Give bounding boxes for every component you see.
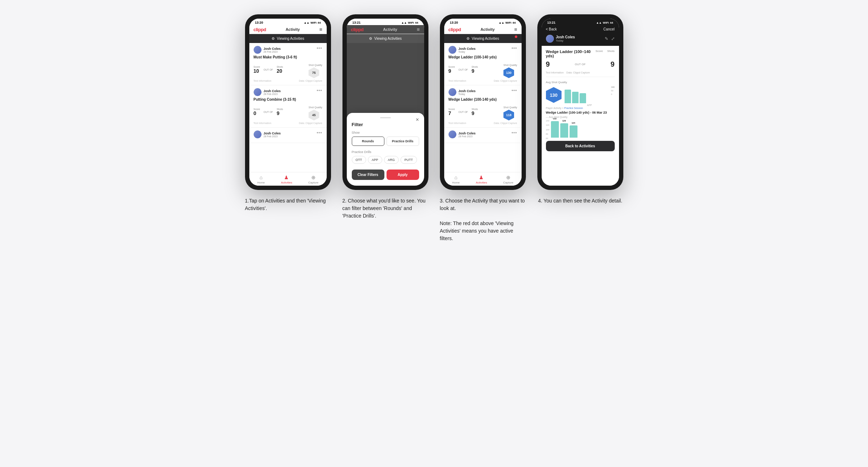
nav-bar-1: clippd Activity ≡ bbox=[249, 25, 327, 34]
shots-col-label: Shots bbox=[607, 49, 614, 53]
tab-activities-3[interactable]: ♟ Activities bbox=[476, 175, 487, 184]
detail-info-row: Test Information Data: Clippd Capture bbox=[546, 71, 615, 77]
activity-card-3-3[interactable]: Josh Coles 28 Feb 2023 ••• bbox=[444, 128, 522, 143]
activity-card-1[interactable]: Josh Coles 28 Feb 2023 ••• Must Make Put… bbox=[249, 43, 327, 85]
tab-activities-1[interactable]: ♟ Activities bbox=[281, 175, 292, 184]
chip-arg[interactable]: ARG bbox=[384, 156, 399, 164]
avg-quality-label: Avg Shot Quality bbox=[546, 81, 615, 84]
stats-row-3-1: Score 9 OUT OF Shots 9 Shot Quality 130 bbox=[449, 61, 517, 78]
edit-icon[interactable]: ✎ bbox=[605, 36, 608, 41]
more-dots-3[interactable]: ••• bbox=[317, 130, 322, 135]
viewing-banner-1[interactable]: ⚙ Viewing Activities bbox=[249, 34, 327, 43]
detail-score-labels: Score Shots bbox=[595, 49, 614, 53]
signal-icon-1: ▲▲ bbox=[304, 21, 310, 24]
capture-icon-3: ⊕ bbox=[506, 175, 510, 180]
signal-icon-2: ▲▲ bbox=[401, 21, 407, 24]
caption-4: 4. You can then see the Activity detail. bbox=[538, 197, 622, 205]
player-activity-section: Player Activity > Practice Session bbox=[546, 107, 615, 109]
tab-capture-label-1: Capture bbox=[308, 181, 318, 184]
tab-activities-label-1: Activities bbox=[281, 181, 292, 184]
sq-label-3-1: Shot Quality bbox=[503, 64, 517, 66]
user-info-2: Josh Coles 28 Feb 2023 bbox=[254, 88, 281, 96]
activity-card-3-1[interactable]: Josh Coles Today ••• Wedge Ladder (100-1… bbox=[444, 43, 522, 85]
phone3-frame: 13:20 ▲▲ WiFi 44 clippd Activity ≡ ⚙ V bbox=[440, 14, 526, 190]
sq-badge-3-1: 130 bbox=[503, 67, 514, 78]
cancel-btn[interactable]: Cancel bbox=[603, 27, 614, 31]
nav-title-2: Activity bbox=[383, 27, 397, 32]
tab-capture-label-3: Capture bbox=[503, 181, 513, 184]
more-dots-2[interactable]: ••• bbox=[317, 88, 322, 93]
bar-chart-y-axis: 140 120 100 80 60 bbox=[546, 120, 550, 139]
card-header-2: Josh Coles 28 Feb 2023 ••• bbox=[254, 88, 322, 96]
activity-title-3-2: Wedge Ladder (100-140 yds) bbox=[449, 97, 517, 101]
detail-score-row: 9 OUT OF 9 bbox=[546, 60, 615, 68]
detail-drill-title: Wedge Ladder (100–140 yds) bbox=[546, 49, 596, 58]
stat-score-1: Score 10 bbox=[254, 66, 260, 74]
tab-capture-3[interactable]: ⊕ Capture bbox=[503, 175, 513, 184]
viewing-banner-2[interactable]: ⚙ Viewing Activities bbox=[347, 34, 424, 43]
avatar-3 bbox=[254, 130, 262, 138]
tab-capture-1[interactable]: ⊕ Capture bbox=[308, 175, 318, 184]
activity-card-2[interactable]: Josh Coles 28 Feb 2023 ••• Putting Combi… bbox=[249, 85, 327, 128]
viewing-banner-3[interactable]: ⚙ Viewing Activities bbox=[444, 34, 522, 43]
stat-shots-2: Shots 9 bbox=[277, 108, 283, 116]
step2-column: 13:21 ▲▲ WiFi 44 clippd Activity ≡ ⚙ V bbox=[342, 14, 428, 220]
rounds-btn[interactable]: Rounds bbox=[352, 137, 384, 146]
shots-val-1: 20 bbox=[277, 68, 283, 74]
tab-bar-3: ⌂ Home ♟ Activities ⊕ Capture bbox=[444, 172, 522, 186]
sq-label-1: Shot Quality bbox=[308, 64, 322, 66]
practice-session-link[interactable]: Practice Session bbox=[564, 107, 583, 109]
more-dots-3-1[interactable]: ••• bbox=[512, 46, 517, 51]
detail-nav: < Back Cancel bbox=[542, 25, 619, 33]
detail-action-icons: ✎ ⤢ bbox=[605, 36, 615, 41]
back-to-activities-btn[interactable]: Back to Activities bbox=[546, 141, 615, 151]
activity-card-3[interactable]: Josh Coles 28 Feb 2023 ••• bbox=[249, 128, 327, 143]
user-date-2: 28 Feb 2023 bbox=[264, 93, 281, 95]
tab-home-1[interactable]: ⌂ Home bbox=[257, 175, 265, 184]
chip-ott[interactable]: OTT bbox=[352, 156, 366, 164]
more-dots-1[interactable]: ••• bbox=[317, 46, 322, 51]
expand-icon[interactable]: ⤢ bbox=[611, 36, 615, 41]
more-dots-3-3[interactable]: ••• bbox=[512, 130, 517, 135]
step4-column: 13:21 ▲▲ WiFi 44 < Back Cancel bbox=[537, 14, 623, 205]
menu-icon-2[interactable]: ≡ bbox=[417, 27, 419, 32]
stat-shots-1: Shots 20 bbox=[277, 66, 283, 74]
avatar-4 bbox=[546, 35, 554, 43]
shot-quality-group-3-2: Shot Quality 118 bbox=[503, 103, 517, 120]
menu-icon-1[interactable]: ≡ bbox=[319, 27, 322, 32]
user-info-3-1: Josh Coles Today bbox=[449, 46, 476, 54]
avatar-3-3 bbox=[449, 130, 456, 138]
data-source-3-1: Data: Clippd Capture bbox=[494, 80, 517, 82]
tab-home-3[interactable]: ⌂ Home bbox=[452, 175, 460, 184]
card-footer-1: Test Information Data: Clippd Capture bbox=[254, 80, 322, 82]
activity-card-3-2[interactable]: Josh Coles Today ••• Wedge Ladder (100-1… bbox=[444, 85, 522, 128]
sq-badge-1: 75 bbox=[308, 67, 319, 78]
clear-filters-btn[interactable]: Clear Filters bbox=[352, 170, 384, 180]
stat-score-3-1: Score 9 bbox=[449, 66, 455, 74]
caption-3: 3. Choose the Activity that you want to … bbox=[440, 197, 526, 242]
chart-x-label: APP bbox=[565, 104, 615, 106]
test-info-2: Test Information bbox=[254, 122, 272, 124]
wifi-icon-2: WiFi bbox=[408, 21, 414, 24]
data-source-2: Data: Clippd Capture bbox=[299, 122, 322, 124]
chip-app[interactable]: APP bbox=[368, 156, 382, 164]
status-icons-1: ▲▲ WiFi 44 bbox=[304, 21, 321, 24]
detail-test-info: Test Information bbox=[546, 71, 564, 74]
user-text-3: Josh Coles 28 Feb 2023 bbox=[264, 132, 281, 138]
y-100: 100 bbox=[546, 129, 550, 131]
filter-title: Filter bbox=[352, 122, 419, 127]
practice-drills-btn[interactable]: Practice Drills bbox=[387, 137, 419, 146]
back-btn[interactable]: < Back bbox=[546, 27, 557, 31]
shots-val-3-2: 9 bbox=[471, 110, 478, 116]
step3-column: 13:20 ▲▲ WiFi 44 clippd Activity ≡ ⚙ V bbox=[440, 14, 526, 242]
stat-shots-3-2: Shots 9 bbox=[471, 108, 478, 116]
chip-putt[interactable]: PUTT bbox=[401, 156, 417, 164]
out-of-2: OUT OF bbox=[264, 111, 273, 113]
sq-label-2: Shot Quality bbox=[308, 106, 322, 109]
close-icon[interactable]: ✕ bbox=[416, 117, 419, 122]
menu-icon-3[interactable]: ≡ bbox=[514, 27, 517, 32]
activity-title-3-1: Wedge Ladder (100-140 yds) bbox=[449, 55, 517, 59]
card-header-3-3: Josh Coles 28 Feb 2023 ••• bbox=[449, 130, 517, 138]
more-dots-3-2[interactable]: ••• bbox=[512, 88, 517, 93]
apply-btn[interactable]: Apply bbox=[387, 170, 419, 180]
